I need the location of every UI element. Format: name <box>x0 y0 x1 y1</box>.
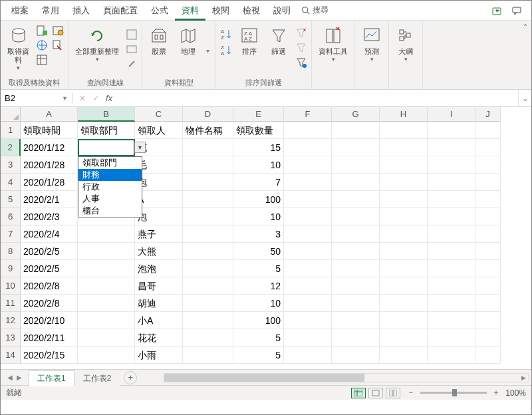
reapply-icon[interactable] <box>295 42 307 54</box>
cell-G12[interactable] <box>332 312 380 329</box>
cell-F7[interactable] <box>284 225 332 243</box>
name-box[interactable]: ▼ <box>1 93 72 103</box>
tab-scroll-right-icon[interactable]: ▶ <box>17 374 22 381</box>
page-layout-view-button[interactable] <box>368 388 383 398</box>
cell-G8[interactable] <box>332 243 380 260</box>
row-header-10[interactable]: 10 <box>1 277 21 295</box>
cell-D10[interactable] <box>183 277 233 295</box>
cell-B13[interactable] <box>78 329 135 346</box>
cell-E4[interactable]: 7 <box>233 174 284 191</box>
cell-J13[interactable] <box>475 329 501 346</box>
cell-I7[interactable] <box>428 225 475 243</box>
cell-F6[interactable] <box>284 208 332 225</box>
col-header-F[interactable]: F <box>284 107 332 122</box>
cell-E10[interactable]: 12 <box>233 277 284 295</box>
cell-A6[interactable]: 2020/2/3 <box>21 208 78 225</box>
cell-J5[interactable] <box>475 191 501 208</box>
col-header-H[interactable]: H <box>380 107 428 122</box>
sort-button[interactable]: Z AA Z 排序 <box>237 25 262 57</box>
sheet-tab-1[interactable]: 工作表2 <box>74 370 120 386</box>
horizontal-scrollbar[interactable]: ◀ ▶ <box>164 373 529 382</box>
cell-H14[interactable] <box>380 346 428 364</box>
cell-A13[interactable]: 2020/2/11 <box>21 329 78 346</box>
cell-H5[interactable] <box>380 191 428 208</box>
cell-E6[interactable]: 10 <box>233 208 284 225</box>
cell-F3[interactable] <box>284 156 332 174</box>
cell-B10[interactable] <box>78 277 135 295</box>
cell-G13[interactable] <box>332 329 380 346</box>
cell-A3[interactable]: 2020/1/28 <box>21 156 78 174</box>
data-validation-dropdown-icon[interactable]: ▼ <box>134 142 146 153</box>
cell-C13[interactable]: 花花 <box>135 329 183 346</box>
cell-E5[interactable]: 100 <box>233 191 284 208</box>
row-header-8[interactable]: 8 <box>1 243 21 260</box>
from-text-icon[interactable] <box>36 25 48 37</box>
row-header-11[interactable]: 11 <box>1 295 21 312</box>
zoom-out-button[interactable]: － <box>407 387 415 398</box>
cell-A4[interactable]: 2020/1/28 <box>21 174 78 191</box>
dropdown-option-1[interactable]: 財務 <box>78 169 142 181</box>
cell-H7[interactable] <box>380 225 428 243</box>
from-web-icon[interactable] <box>36 39 48 51</box>
cell-G1[interactable] <box>332 122 380 139</box>
cell-F10[interactable] <box>284 277 332 295</box>
cell-D8[interactable] <box>183 243 233 260</box>
name-box-dropdown-icon[interactable]: ▼ <box>62 95 68 102</box>
cell-J3[interactable] <box>475 156 501 174</box>
from-table-icon[interactable] <box>36 54 48 66</box>
scroll-right-icon[interactable]: ▶ <box>519 374 528 382</box>
cell-F11[interactable] <box>284 295 332 312</box>
data-validation-dropdown[interactable]: 領取部門財務行政人事櫃台 <box>78 156 142 217</box>
cell-E3[interactable]: 10 <box>233 156 284 174</box>
cell-A1[interactable]: 領取時間 <box>21 122 78 139</box>
cell-J14[interactable] <box>475 346 501 364</box>
cell-C9[interactable]: 泡泡 <box>135 260 183 277</box>
cell-G3[interactable] <box>332 156 380 174</box>
cell-G2[interactable] <box>332 139 380 156</box>
row-header-9[interactable]: 9 <box>1 260 21 277</box>
row-header-3[interactable]: 3 <box>1 156 21 174</box>
cell-F2[interactable] <box>284 139 332 156</box>
cell-E11[interactable]: 10 <box>233 295 284 312</box>
sort-desc-icon[interactable]: ZA <box>219 43 233 57</box>
cell-B9[interactable] <box>78 260 135 277</box>
cell-E2[interactable]: 15 <box>233 139 284 156</box>
menu-item-5[interactable]: 資料 <box>175 1 205 21</box>
cell-I3[interactable] <box>428 156 475 174</box>
forecast-button[interactable]: 預測 ▾ <box>359 25 384 64</box>
cell-H8[interactable] <box>380 243 428 260</box>
menu-item-6[interactable]: 校閱 <box>205 1 236 21</box>
menu-item-4[interactable]: 公式 <box>144 1 175 21</box>
menu-item-7[interactable]: 檢視 <box>236 1 267 21</box>
cell-A7[interactable]: 2020/2/4 <box>21 225 78 243</box>
geography-button[interactable]: 地理 <box>176 25 201 57</box>
cell-A2[interactable]: 2020/1/12 <box>21 139 78 156</box>
menu-item-0[interactable]: 檔案 <box>5 1 35 21</box>
cell-J12[interactable] <box>475 312 501 329</box>
cell-G6[interactable] <box>332 208 380 225</box>
cell-I9[interactable] <box>428 260 475 277</box>
add-sheet-button[interactable]: + <box>124 371 137 384</box>
cell-D2[interactable] <box>183 139 233 156</box>
cell-I6[interactable] <box>428 208 475 225</box>
cell-B8[interactable] <box>78 243 135 260</box>
select-all-corner[interactable] <box>1 107 21 122</box>
cell-B14[interactable] <box>78 346 135 364</box>
cell-B2[interactable] <box>78 139 135 156</box>
gallery-expand-icon[interactable]: ▾ <box>205 47 211 55</box>
cell-D4[interactable] <box>183 174 233 191</box>
filter-button[interactable]: 篩選 <box>266 25 291 57</box>
cell-F4[interactable] <box>284 174 332 191</box>
row-header-5[interactable]: 5 <box>1 191 21 208</box>
zoom-slider[interactable] <box>420 392 487 394</box>
page-break-view-button[interactable] <box>386 388 400 398</box>
cell-C12[interactable]: 小A <box>135 312 183 329</box>
fx-icon[interactable]: fx <box>106 93 112 103</box>
cell-J10[interactable] <box>475 277 501 295</box>
cell-E13[interactable]: 5 <box>233 329 284 346</box>
zoom-level[interactable]: 100% <box>505 388 526 398</box>
cell-E8[interactable]: 50 <box>233 243 284 260</box>
cell-A12[interactable]: 2020/2/10 <box>21 312 78 329</box>
cell-G4[interactable] <box>332 174 380 191</box>
col-header-B[interactable]: B <box>78 107 135 122</box>
